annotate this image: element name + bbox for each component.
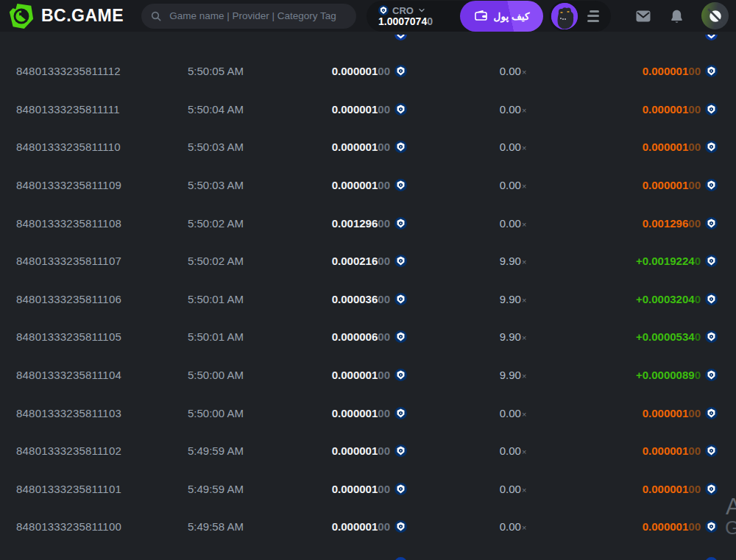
wallet-group: CRO 1.00070740 کیف پول	[367, 1, 543, 32]
bets-rows: 84801333235811112 5:50:05 AM 0.00000100 …	[0, 52, 736, 546]
bet-amount: 0.00021600	[281, 255, 421, 267]
bet-payout: 0.00000100	[605, 179, 718, 191]
partial-row-bottom	[0, 557, 736, 560]
bet-multiplier: 0.00×	[421, 141, 605, 153]
edge-overlay-text: G	[725, 517, 736, 539]
logo[interactable]: BC.GAME	[7, 2, 124, 30]
menu-icon[interactable]	[584, 7, 602, 25]
monster-avatar-icon	[551, 3, 578, 29]
bet-amount: 0.00000100	[281, 141, 421, 153]
cro-coin-icon	[394, 179, 407, 191]
bet-time: 5:50:02 AM	[171, 217, 281, 230]
bet-time: 5:50:03 AM	[171, 179, 281, 191]
bet-time: 5:50:05 AM	[171, 65, 281, 77]
bet-time: 5:49:59 AM	[171, 444, 281, 457]
cro-coin-icon	[394, 369, 407, 381]
search-input[interactable]	[168, 10, 347, 22]
cro-coin-icon	[705, 103, 718, 116]
bet-payout: 0.00000100	[605, 483, 718, 495]
profile-group	[549, 1, 611, 32]
bet-amount: 0.00000100	[281, 444, 421, 457]
bc-game-screen: BC.GAME CRO	[0, 0, 736, 560]
bet-payout: +0.00032040	[605, 293, 718, 305]
chevron-down-icon	[417, 6, 426, 15]
table-row[interactable]: 84801333235811109 5:50:03 AM 0.00000100 …	[0, 166, 736, 205]
bet-id: 84801333235811104	[16, 369, 171, 381]
table-row[interactable]: 84801333235811104 5:50:00 AM 0.00000100 …	[0, 356, 736, 394]
cro-coin-icon	[394, 330, 407, 343]
bet-id: 84801333235811109	[16, 179, 171, 191]
bet-id: 84801333235811103	[16, 407, 171, 419]
bet-multiplier: 0.00×	[421, 179, 605, 191]
mail-icon[interactable]	[634, 7, 652, 25]
cro-coin-icon	[378, 5, 389, 15]
table-row[interactable]: 84801333235811103 5:50:00 AM 0.00000100 …	[0, 394, 736, 432]
bet-payout: 0.00000100	[605, 103, 718, 116]
cro-coin-icon	[394, 444, 407, 457]
bet-payout: 0.00000100	[605, 407, 718, 419]
bet-amount: 0.00000100	[281, 369, 421, 381]
avatar[interactable]	[551, 3, 578, 29]
cro-coin-icon	[394, 293, 407, 305]
cro-coin-icon	[394, 255, 407, 267]
bet-payout: 0.00000100	[605, 141, 718, 153]
bet-multiplier: 9.90×	[421, 369, 605, 381]
bet-time: 5:49:58 AM	[171, 520, 281, 533]
cro-coin-icon	[394, 65, 407, 77]
table-row[interactable]: 84801333235811105 5:50:01 AM 0.00000600 …	[0, 318, 736, 356]
bc-game-logo-icon	[7, 2, 35, 30]
top-bar: BC.GAME CRO	[0, 0, 736, 32]
chat-toggle-button[interactable]	[701, 2, 729, 29]
cro-coin-icon	[394, 141, 407, 153]
cro-coin-icon	[394, 103, 407, 116]
cro-coin-icon	[705, 520, 718, 533]
bet-time: 5:50:03 AM	[171, 141, 281, 153]
table-row[interactable]: 84801333235811106 5:50:01 AM 0.00003600 …	[0, 280, 736, 319]
cro-coin-icon	[705, 179, 718, 191]
cro-coin-icon	[705, 35, 718, 40]
bet-id: 84801333235811105	[16, 330, 171, 343]
cro-coin-icon	[705, 141, 718, 153]
brand-name: BC.GAME	[41, 6, 124, 26]
bet-amount: 0.00003600	[281, 293, 421, 305]
bet-amount: 0.00000100	[281, 103, 421, 116]
table-row[interactable]: 84801333235811110 5:50:03 AM 0.00000100 …	[0, 128, 736, 166]
balance-value: 1.00070740	[378, 16, 433, 27]
table-row[interactable]: 84801333235811107 5:50:02 AM 0.00021600 …	[0, 242, 736, 280]
table-row[interactable]: 84801333235811111 5:50:04 AM 0.00000100 …	[0, 91, 736, 129]
bet-multiplier: 9.90×	[421, 293, 605, 305]
wallet-button-label: کیف پول	[494, 10, 530, 22]
table-row[interactable]: 84801333235811101 5:49:59 AM 0.00000100 …	[0, 470, 736, 508]
table-row[interactable]: 84801333235811112 5:50:05 AM 0.00000100 …	[0, 52, 736, 91]
bet-time: 5:50:00 AM	[171, 407, 281, 419]
table-row[interactable]: 84801333235811100 5:49:58 AM 0.00000100 …	[0, 508, 736, 546]
bet-time: 5:49:59 AM	[171, 483, 281, 495]
cro-coin-icon	[705, 407, 718, 419]
bet-id: 84801333235811101	[16, 483, 171, 495]
bet-multiplier: 9.90×	[421, 255, 605, 267]
bet-id: 84801333235811110	[16, 141, 171, 153]
notifications-icon[interactable]	[668, 7, 685, 25]
bet-id: 84801333235811100	[16, 520, 171, 533]
wallet-button[interactable]: کیف پول	[460, 1, 543, 32]
bet-amount: 0.00000100	[281, 483, 421, 495]
bet-amount: 0.00000100	[281, 407, 421, 419]
cro-coin-icon	[394, 557, 407, 560]
cro-coin-icon	[705, 369, 718, 381]
currency-selector[interactable]: CRO 1.00070740	[367, 4, 437, 29]
bet-payout: +0.00192240	[605, 255, 718, 267]
table-row[interactable]: 84801333235811108 5:50:02 AM 0.00129600 …	[0, 204, 736, 242]
search-bar[interactable]	[141, 4, 356, 29]
bet-multiplier: 0.00×	[421, 444, 605, 457]
currency-code: CRO	[392, 5, 414, 16]
search-icon	[150, 10, 162, 22]
bet-id: 84801333235811108	[16, 217, 171, 230]
cro-coin-icon	[705, 444, 718, 457]
bet-payout: 0.00129600	[605, 217, 718, 230]
bet-time: 5:50:04 AM	[171, 103, 281, 116]
table-row[interactable]: 84801333235811102 5:49:59 AM 0.00000100 …	[0, 432, 736, 470]
bet-multiplier: 0.00×	[421, 407, 605, 419]
bet-amount: 0.00000100	[281, 179, 421, 191]
bets-table: 84801333235811112 5:50:05 AM 0.00000100 …	[0, 32, 736, 560]
cro-coin-icon	[394, 35, 407, 40]
